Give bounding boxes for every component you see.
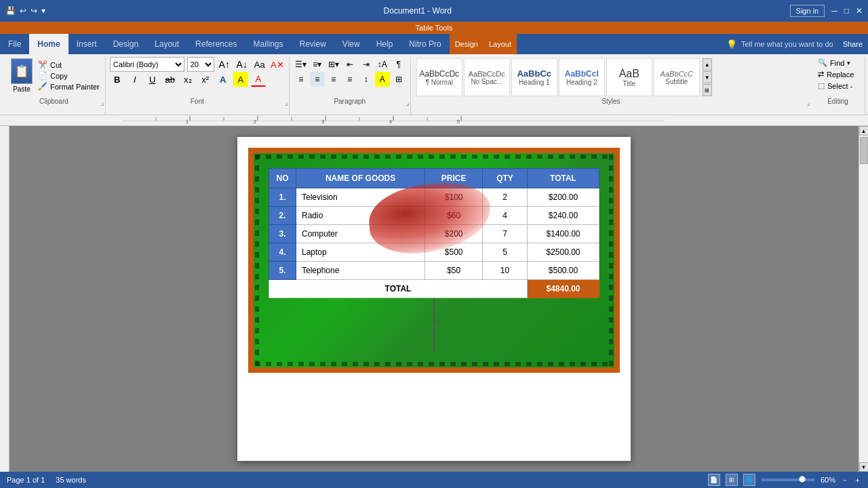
shading-button[interactable]: A — [375, 72, 390, 87]
minimize-icon[interactable]: ─ — [831, 6, 837, 16]
tab-file[interactable]: File — [0, 34, 29, 54]
row3-price[interactable]: $200 — [425, 225, 483, 243]
tab-design[interactable]: Design — [105, 34, 146, 54]
zoom-thumb[interactable] — [799, 476, 806, 483]
tab-nitro[interactable]: Nitro Pro — [401, 34, 449, 54]
style-no-spacing[interactable]: AaBbCcDc No Spac... — [464, 58, 510, 96]
undo-icon[interactable]: ↩ — [20, 6, 26, 16]
tab-references[interactable]: References — [187, 34, 245, 54]
style-heading1[interactable]: AaBbCc Heading 1 — [511, 58, 557, 96]
zoom-in-icon[interactable]: ＋ — [854, 475, 861, 485]
close-icon[interactable]: ✕ — [856, 6, 863, 16]
row4-name[interactable]: Laptop — [296, 243, 425, 262]
row5-total[interactable]: $500.00 — [527, 262, 599, 280]
clear-format-button[interactable]: A✕ — [270, 57, 285, 72]
style-normal[interactable]: AaBbCcDc ¶ Normal — [416, 58, 462, 96]
find-button[interactable]: 🔍 Find ▾ — [815, 57, 853, 68]
border-button[interactable]: ⊞ — [391, 72, 406, 87]
row4-total[interactable]: $2500.00 — [527, 243, 599, 262]
numbering-button[interactable]: ≡▾ — [310, 57, 325, 72]
decrease-indent-button[interactable]: ⇤ — [342, 57, 357, 72]
style-subtitle[interactable]: AaBbCcC Subtitle — [654, 58, 700, 96]
row1-total[interactable]: $200.00 — [527, 188, 599, 207]
row2-qty[interactable]: 4 — [483, 207, 528, 225]
row4-qty[interactable]: 5 — [483, 243, 528, 262]
styles-scroll-down[interactable]: ▼ — [703, 71, 712, 83]
row2-name[interactable]: Radio — [296, 207, 425, 225]
align-center-button[interactable]: ≡ — [310, 72, 325, 87]
increase-indent-button[interactable]: ⇥ — [359, 57, 374, 72]
align-right-button[interactable]: ≡ — [326, 72, 341, 87]
scroll-down-button[interactable]: ▼ — [859, 462, 869, 472]
view-layout-button[interactable]: ⊞ — [726, 474, 738, 486]
paste-button[interactable]: 📋 Paste — [7, 57, 37, 94]
strikethrough-button[interactable]: ab — [163, 72, 178, 87]
underline-button[interactable]: U — [145, 72, 160, 87]
font-grow-button[interactable]: A↑ — [217, 57, 232, 72]
format-painter-button[interactable]: 🖌️ Format Painter — [37, 81, 101, 92]
row1-no[interactable]: 1. — [269, 188, 296, 207]
row4-no[interactable]: 4. — [269, 243, 296, 262]
scroll-thumb[interactable] — [860, 137, 868, 164]
styles-scroll-up[interactable]: ▲ — [703, 58, 712, 70]
font-expand-icon[interactable]: ⌟ — [285, 100, 288, 106]
row5-qty[interactable]: 10 — [483, 262, 528, 280]
row2-no[interactable]: 2. — [269, 207, 296, 225]
row3-qty[interactable]: 7 — [483, 225, 528, 243]
maximize-icon[interactable]: □ — [844, 6, 849, 16]
row1-price[interactable]: $100 — [425, 188, 483, 207]
row1-qty[interactable]: 2 — [483, 188, 528, 207]
row3-name[interactable]: Computer — [296, 225, 425, 243]
row5-no[interactable]: 5. — [269, 262, 296, 280]
sign-in-button[interactable]: Sign in — [790, 5, 825, 17]
justify-button[interactable]: ≡ — [342, 72, 357, 87]
zoom-slider[interactable] — [761, 479, 815, 481]
replace-button[interactable]: ⇄ Replace — [815, 68, 856, 80]
font-name-select[interactable]: Calibri (Body) — [110, 57, 184, 72]
paragraph-expand-icon[interactable]: ⌟ — [406, 100, 409, 106]
show-formatting-button[interactable]: ¶ — [391, 57, 406, 72]
vertical-scrollbar[interactable]: ▲ ▼ — [859, 126, 868, 472]
bold-button[interactable]: B — [110, 72, 125, 87]
scroll-up-button[interactable]: ▲ — [859, 126, 869, 136]
superscript-button[interactable]: x² — [198, 72, 213, 87]
styles-expand[interactable]: ⊞ — [703, 84, 712, 96]
view-web-button[interactable]: 🌐 — [743, 474, 755, 486]
multilevel-button[interactable]: ⊞▾ — [326, 57, 341, 72]
tab-mailings[interactable]: Mailings — [245, 34, 291, 54]
row3-no[interactable]: 3. — [269, 225, 296, 243]
subscript-button[interactable]: x₂ — [180, 72, 195, 87]
zoom-out-icon[interactable]: － — [841, 475, 848, 485]
row5-name[interactable]: Telephone — [296, 262, 425, 280]
change-case-button[interactable]: Aa — [252, 57, 267, 72]
tab-table-design[interactable]: Design — [450, 34, 484, 54]
tab-help[interactable]: Help — [368, 34, 401, 54]
clipboard-expand-icon[interactable]: ⌟ — [101, 100, 104, 106]
row2-price[interactable]: $60 — [425, 207, 483, 225]
tab-insert[interactable]: Insert — [68, 34, 105, 54]
view-read-button[interactable]: 📄 — [708, 474, 720, 486]
tell-me-input[interactable]: Tell me what you want to do — [741, 40, 833, 48]
row4-price[interactable]: $500 — [425, 243, 483, 262]
tab-table-layout[interactable]: Layout — [484, 34, 517, 54]
document-content[interactable]: NO NAME OF GOODS PRICE QTY TOTAL 1. Tele… — [9, 126, 859, 472]
align-left-button[interactable]: ≡ — [294, 72, 309, 87]
text-effect-button[interactable]: A — [216, 72, 231, 87]
bullets-button[interactable]: ☰▾ — [294, 57, 309, 72]
text-highlight-button[interactable]: A — [233, 72, 248, 87]
style-title[interactable]: AaB Title — [606, 58, 652, 96]
share-button[interactable]: Share — [843, 40, 863, 48]
row3-total[interactable]: $1400.00 — [527, 225, 599, 243]
font-color-button[interactable]: A — [251, 72, 266, 87]
row2-total[interactable]: $240.00 — [527, 207, 599, 225]
select-button[interactable]: ⬚ Select - — [815, 80, 855, 92]
tab-review[interactable]: Review — [291, 34, 334, 54]
tab-layout[interactable]: Layout — [146, 34, 187, 54]
line-spacing-button[interactable]: ↕ — [359, 72, 374, 87]
font-size-select[interactable]: 20 — [187, 57, 214, 72]
tab-home[interactable]: Home — [29, 34, 68, 54]
style-heading2[interactable]: AaBbCcI Heading 2 — [559, 58, 605, 96]
tab-view[interactable]: View — [334, 34, 368, 54]
redo-icon[interactable]: ↪ — [31, 6, 37, 16]
save-icon[interactable]: 💾 — [5, 6, 16, 16]
